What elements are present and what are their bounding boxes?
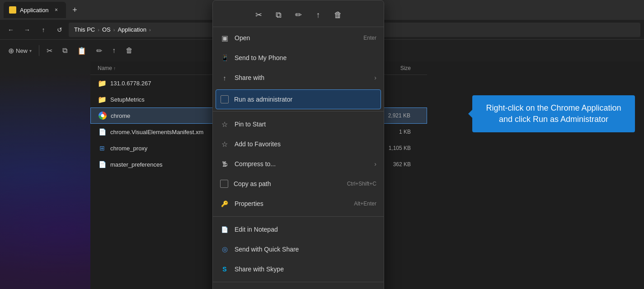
ctx-properties-icon: 🔑 — [220, 199, 229, 208]
sidebar — [0, 61, 90, 289]
breadcrumb-application: Application — [118, 26, 146, 33]
ctx-compress-label: Compress to... — [235, 160, 369, 168]
folder-icon: 📁 — [98, 95, 107, 104]
ctx-open-icon: ▣ — [220, 33, 229, 42]
ctx-send-phone-item[interactable]: 📱 Send to My Phone — [213, 48, 384, 68]
scissors-icon: ✂ — [47, 47, 52, 55]
toolbar-separator-1 — [39, 45, 39, 56]
ctx-properties-item[interactable]: 🔑 Properties Alt+Enter — [213, 194, 384, 214]
ctx-open-item[interactable]: ▣ Open Enter — [213, 28, 384, 48]
ctx-run-admin-item[interactable]: Run as administrator — [216, 89, 381, 109]
share-button[interactable]: ↑ — [108, 43, 120, 58]
new-label: New — [16, 47, 28, 54]
ctx-run-admin-label: Run as administrator — [234, 96, 376, 103]
ctx-share-icon: ↑ — [316, 10, 320, 20]
ctx-favorites-icon: ☆ — [220, 140, 229, 149]
ctx-properties-label: Properties — [235, 200, 348, 207]
ctx-copy-path-shortcut: Ctrl+Shift+C — [347, 181, 376, 187]
ctx-section-1: ▣ Open Enter 📱 Send to My Phone ↑ Share … — [213, 27, 384, 89]
ctx-divider-2 — [213, 216, 384, 217]
ctx-send-phone-label: Send to My Phone — [235, 54, 376, 61]
ctx-pin-start-label: Pin to Start — [235, 121, 376, 128]
rename-button[interactable]: ✏ — [92, 43, 107, 58]
chrome-exe-icon — [98, 111, 107, 120]
delete-button[interactable]: 🗑 — [121, 43, 137, 58]
ctx-delete-icon: 🗑 — [334, 10, 342, 20]
ctx-pin-start-item[interactable]: ☆ Pin to Start — [213, 114, 384, 134]
explorer-window: Application × + ← → ↑ ↺ This PC › OS › A… — [0, 0, 644, 289]
ctx-cut-icon: ✂ — [255, 10, 262, 20]
right-panel: Right-click on the Chrome Application an… — [427, 61, 644, 289]
ctx-edit-notepad-item[interactable]: 📄 Edit in Notepad — [213, 219, 384, 239]
ctx-share-arrow: › — [374, 74, 376, 81]
rename-icon: ✏ — [96, 47, 102, 55]
up-button[interactable]: ↑ — [36, 23, 51, 37]
tab-application[interactable]: Application × — [4, 2, 66, 18]
paste-button[interactable]: 📋 — [73, 43, 91, 58]
ctx-share-with-icon: ↑ — [220, 73, 229, 82]
ctx-open-label: Open — [235, 34, 358, 42]
new-plus-icon: ⊕ — [8, 47, 14, 55]
ctx-share-button[interactable]: ↑ — [309, 7, 327, 23]
copy-button[interactable]: ⧉ — [58, 43, 72, 58]
ctx-add-favorites-item[interactable]: ☆ Add to Favorites — [213, 134, 384, 154]
ctx-copy-path-item[interactable]: Copy as path Ctrl+Shift+C — [213, 174, 384, 194]
new-button[interactable]: ⊕ New ▾ — [4, 43, 36, 58]
new-tab-button[interactable]: + — [68, 3, 82, 17]
sort-arrow: ↑ — [113, 66, 116, 71]
ctx-copy-button[interactable]: ⧉ — [269, 7, 287, 23]
tab-title: Application — [20, 7, 49, 14]
ctx-share-with-label: Share with — [235, 74, 369, 81]
ctx-compress-item[interactable]: 🗜 Compress to... › — [213, 154, 384, 174]
ctx-compress-icon: 🗜 — [220, 159, 229, 168]
context-menu: ✂ ⧉ ✏ ↑ 🗑 ▣ Open Enter 📱 S — [212, 0, 384, 289]
refresh-button[interactable]: ↺ — [52, 23, 67, 37]
ctx-skype-icon: S — [220, 265, 229, 274]
ctx-properties-shortcut: Alt+Enter — [354, 200, 376, 207]
breadcrumb-this-pc: This PC — [74, 26, 95, 33]
ctx-quick-share-item[interactable]: ◎ Send with Quick Share — [213, 239, 384, 259]
ctx-quick-share-label: Send with Quick Share — [235, 246, 376, 253]
callout-tooltip: Right-click on the Chrome Application an… — [472, 95, 635, 132]
ctx-more-options-item[interactable]: Show more options — [213, 285, 384, 289]
tab-folder-icon — [9, 6, 16, 14]
ctx-divider-1 — [213, 111, 384, 112]
ctx-edit-notepad-label: Edit in Notepad — [235, 226, 376, 233]
breadcrumb-os: OS — [102, 26, 111, 33]
ctx-section-3: 📄 Edit in Notepad ◎ Send with Quick Shar… — [213, 219, 384, 280]
cut-button[interactable]: ✂ — [42, 43, 57, 58]
breadcrumb-sep-2: › — [113, 27, 115, 33]
ctx-section-4: Show more options — [213, 284, 384, 289]
ctx-phone-icon: 📱 — [220, 53, 229, 62]
ctx-open-shortcut: Enter — [363, 35, 376, 41]
ctx-skype-label: Share with Skype — [235, 266, 376, 273]
ctx-pin-icon: ☆ — [220, 120, 229, 129]
paste-icon: 📋 — [77, 47, 86, 55]
ctx-skype-item[interactable]: S Share with Skype — [213, 259, 384, 279]
ctx-share-with-item[interactable]: ↑ Share with › — [213, 68, 384, 88]
callout-text: Right-click on the Chrome Application an… — [486, 103, 621, 124]
breadcrumb-sep-3: › — [149, 27, 151, 33]
ctx-copy-icon: ⧉ — [276, 10, 282, 20]
ctx-rename-icon: ✏ — [295, 10, 302, 20]
ctx-divider-3 — [213, 282, 384, 282]
tab-close-button[interactable]: × — [52, 6, 61, 14]
ctx-add-favorites-label: Add to Favorites — [235, 140, 376, 148]
context-menu-icon-row: ✂ ⧉ ✏ ↑ 🗑 — [213, 3, 384, 27]
copy-icon: ⧉ — [62, 47, 67, 55]
file-grid-icon: ⊞ — [98, 144, 107, 153]
ctx-notepad-icon: 📄 — [220, 225, 229, 234]
ctx-delete-button[interactable]: 🗑 — [329, 7, 347, 23]
ctx-cut-button[interactable]: ✂ — [249, 7, 268, 23]
ctx-quick-share-icon: ◎ — [220, 245, 229, 254]
back-button[interactable]: ← — [4, 23, 18, 37]
file-icon: 📄 — [98, 160, 107, 169]
ctx-section-2: ☆ Pin to Start ☆ Add to Favorites 🗜 Comp… — [213, 113, 384, 214]
ctx-admin-icon — [221, 95, 229, 103]
ctx-rename-button[interactable]: ✏ — [289, 7, 307, 23]
file-icon: 📄 — [98, 127, 107, 136]
forward-button[interactable]: → — [20, 23, 34, 37]
ctx-compress-arrow: › — [374, 160, 376, 168]
ctx-copy-path-icon — [220, 180, 228, 188]
breadcrumb-sep-1: › — [98, 27, 99, 33]
